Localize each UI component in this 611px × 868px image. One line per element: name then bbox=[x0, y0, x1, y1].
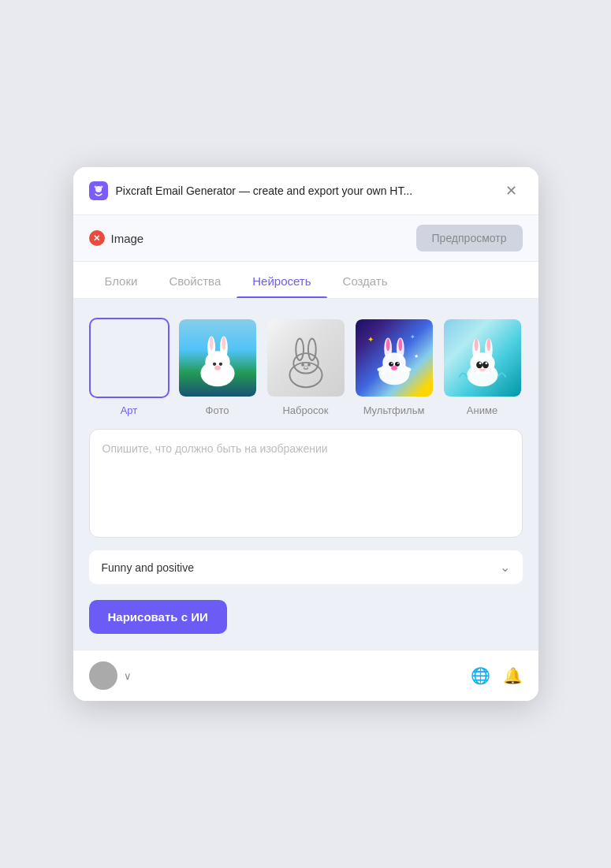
svg-point-54 bbox=[485, 362, 487, 364]
tab-neural[interactable]: Нейросеть bbox=[237, 262, 326, 298]
bell-icon[interactable]: 🔔 bbox=[503, 666, 523, 685]
svg-point-27 bbox=[307, 339, 315, 360]
style-label-anime: Аниме bbox=[467, 404, 497, 416]
avatar-chevron-icon[interactable]: ∨ bbox=[124, 670, 132, 682]
main-content: Арт bbox=[73, 299, 538, 650]
tab-props[interactable]: Свойства bbox=[153, 262, 237, 298]
style-label-art: Арт bbox=[121, 404, 138, 416]
style-item-cartoon[interactable]: ✦ ✦ ★ Мультфильм bbox=[354, 318, 434, 416]
tab-create[interactable]: Создать bbox=[327, 262, 404, 298]
footer-right: 🌐 🔔 bbox=[471, 666, 523, 685]
svg-point-3 bbox=[100, 186, 102, 188]
style-item-photo[interactable]: Фото bbox=[177, 318, 258, 416]
svg-text:✦: ✦ bbox=[409, 333, 415, 341]
style-label-photo: Фото bbox=[206, 404, 229, 416]
image-row: ✕ Image Предпросмотр bbox=[73, 215, 538, 262]
svg-point-51 bbox=[476, 361, 482, 368]
svg-text:★: ★ bbox=[413, 353, 418, 359]
tone-chevron-icon: ⌄ bbox=[500, 560, 510, 575]
remove-image-button[interactable]: ✕ bbox=[89, 230, 105, 246]
svg-point-20 bbox=[222, 337, 225, 351]
style-label-sketch: Набросок bbox=[282, 404, 328, 416]
footer-left: ∨ bbox=[89, 661, 132, 690]
svg-point-28 bbox=[301, 363, 304, 367]
svg-point-22 bbox=[218, 363, 222, 366]
svg-point-40 bbox=[397, 363, 398, 364]
svg-point-53 bbox=[479, 362, 481, 364]
svg-point-30 bbox=[304, 366, 307, 369]
preview-button[interactable]: Предпросмотр bbox=[416, 225, 523, 251]
svg-point-39 bbox=[391, 363, 393, 364]
svg-point-26 bbox=[296, 339, 304, 360]
style-item-sketch[interactable]: Набросок bbox=[266, 318, 346, 416]
description-textarea[interactable] bbox=[102, 442, 509, 521]
image-tag: ✕ Image bbox=[89, 230, 144, 246]
svg-point-21 bbox=[212, 363, 215, 366]
globe-icon[interactable]: 🌐 bbox=[471, 666, 490, 685]
tabs-bar: Блоки Свойства Нейросеть Создать bbox=[73, 262, 538, 299]
svg-point-19 bbox=[209, 337, 213, 351]
draw-button[interactable]: Нарисовать с ИИ bbox=[89, 600, 227, 634]
image-label: Image bbox=[111, 232, 144, 245]
avatar bbox=[89, 661, 117, 690]
svg-point-29 bbox=[307, 363, 310, 367]
tone-selector[interactable]: Funny and positive ⌄ bbox=[89, 550, 523, 584]
app-icon bbox=[89, 181, 108, 200]
title-bar: Pixcraft Email Generator — create and ex… bbox=[73, 167, 538, 215]
svg-point-38 bbox=[394, 362, 399, 367]
svg-point-35 bbox=[386, 339, 389, 352]
style-label-cartoon: Мультфильм bbox=[363, 404, 425, 416]
svg-point-41 bbox=[391, 366, 397, 371]
svg-point-49 bbox=[474, 339, 478, 352]
window-title: Pixcraft Email Generator — create and ex… bbox=[116, 184, 501, 197]
style-item-anime[interactable]: Аниме bbox=[442, 318, 523, 416]
app-window: Pixcraft Email Generator — create and ex… bbox=[73, 167, 538, 701]
style-images-row: Арт bbox=[89, 318, 523, 416]
footer: ∨ 🌐 🔔 bbox=[73, 650, 538, 701]
description-wrapper bbox=[89, 429, 523, 538]
svg-point-52 bbox=[482, 361, 489, 368]
tone-label: Funny and positive bbox=[102, 561, 195, 574]
tab-blocks[interactable]: Блоки bbox=[89, 262, 154, 298]
style-item-art[interactable]: Арт bbox=[89, 318, 170, 416]
svg-point-2 bbox=[94, 186, 96, 188]
close-button[interactable]: ✕ bbox=[501, 180, 523, 202]
svg-point-23 bbox=[214, 366, 221, 371]
svg-point-37 bbox=[389, 362, 393, 367]
svg-point-36 bbox=[398, 339, 402, 352]
svg-text:✦: ✦ bbox=[367, 335, 373, 344]
svg-point-50 bbox=[486, 339, 490, 352]
